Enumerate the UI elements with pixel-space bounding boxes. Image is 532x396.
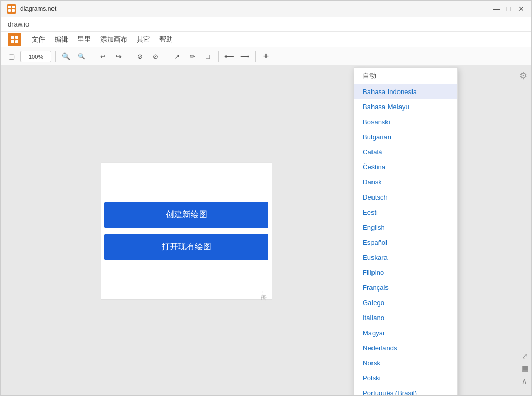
svg-rect-3 — [12, 9, 15, 12]
more-btn[interactable]: ⟶ — [238, 50, 251, 63]
toolbar-sep-5 — [218, 51, 219, 62]
delete-btn[interactable]: ⊘ — [133, 50, 147, 63]
format-btn[interactable]: ⊘ — [149, 50, 162, 63]
language-item-euskara[interactable]: Euskara — [354, 250, 457, 265]
window-title: diagrams.net — [20, 5, 492, 12]
language-item-eesti[interactable]: Eesti — [354, 205, 457, 220]
waypoints-btn[interactable]: ↗ — [170, 50, 183, 63]
language-item-français[interactable]: Français — [354, 280, 457, 295]
toolbar-sep-4 — [166, 51, 166, 62]
menu-help[interactable]: 帮助 — [155, 34, 177, 45]
language-item-自动[interactable]: 自动 — [354, 68, 457, 84]
language-list[interactable]: 自动Bahasa IndonesiaBahasa MelayuBosanskiB… — [354, 68, 457, 395]
language-dropdown[interactable]: 自动Bahasa IndonesiaBahasa MelayuBosanskiB… — [354, 67, 458, 395]
maximize-button[interactable]: □ — [504, 5, 513, 13]
language-item-galego[interactable]: Galego — [354, 295, 457, 310]
undo-btn[interactable]: ↩ — [96, 50, 110, 63]
language-item-bosanski[interactable]: Bosanski — [354, 114, 457, 129]
fullscreen-icon[interactable]: ⤢ — [522, 352, 528, 360]
toolbar: ▢ 🔍 🔍 ↩ ↪ ⊘ ⊘ ↗ ✏ □ ⟵ ⟶ + — [1, 47, 531, 66]
language-item-filipino[interactable]: Filipino — [354, 265, 457, 280]
svg-rect-7 — [15, 40, 18, 43]
app-window: diagrams.net — □ ✕ draw.io 文件 编辑 里里 添加画布… — [0, 0, 532, 396]
zoom-out-btn[interactable]: 🔍 — [75, 50, 88, 63]
create-new-diagram-button[interactable]: 创建新绘图 — [104, 202, 268, 228]
open-existing-diagram-button[interactable]: 打开现有绘图 — [104, 234, 268, 260]
language-item-italiano[interactable]: Italiano — [354, 310, 457, 325]
svg-rect-6 — [11, 40, 14, 43]
language-item-nederlands[interactable]: Nederlands — [354, 340, 457, 355]
redo-btn[interactable]: ↪ — [112, 50, 125, 63]
menu-other[interactable]: 其它 — [132, 34, 154, 45]
language-item-čeština[interactable]: Čeština — [354, 160, 457, 175]
svg-rect-4 — [11, 36, 14, 39]
subtitle-bar: draw.io — [1, 17, 531, 32]
add-btn[interactable]: + — [259, 50, 273, 63]
language-item-português-(brasil)[interactable]: Português (Brasil) — [354, 386, 457, 395]
settings-icon[interactable]: ⚙ — [519, 70, 527, 82]
menu-bar: 文件 编辑 里里 添加画布 其它 帮助 — [1, 32, 531, 47]
menu-edit[interactable]: 编辑 — [50, 34, 72, 45]
shape-btn[interactable]: □ — [201, 50, 215, 63]
app-icon-inner — [8, 33, 21, 46]
language-item-bahasa-melayu[interactable]: Bahasa Melayu — [354, 99, 457, 114]
language-item-bahasa-indonesia[interactable]: Bahasa Indonesia — [354, 84, 457, 99]
svg-rect-5 — [15, 36, 18, 39]
language-item-dansk[interactable]: Dansk — [354, 175, 457, 190]
svg-rect-1 — [12, 6, 15, 8]
select-tool-btn[interactable]: ▢ — [5, 50, 18, 63]
zoom-in-btn[interactable]: 🔍 — [59, 50, 73, 63]
app-menu-icon — [6, 31, 23, 48]
collapse-icon[interactable]: ∧ — [522, 377, 528, 385]
toolbar-sep-6 — [255, 51, 256, 62]
toolbar-sep-2 — [92, 51, 92, 62]
main-area: ⚙ ⤢ ▦ ∧ 创建新绘图 打开现有绘图 语... 自动Bahasa Indon… — [1, 66, 531, 395]
app-logo — [7, 4, 16, 14]
menu-file[interactable]: 文件 — [28, 34, 49, 45]
language-item-deutsch[interactable]: Deutsch — [354, 190, 457, 205]
canvas-page: 创建新绘图 打开现有绘图 语... — [101, 162, 272, 300]
language-item-english[interactable]: English — [354, 220, 457, 235]
menu-view[interactable]: 里里 — [73, 34, 95, 45]
title-bar: diagrams.net — □ ✕ — [1, 1, 531, 17]
close-button[interactable]: ✕ — [517, 5, 525, 13]
panel-icon[interactable]: ▦ — [522, 364, 528, 373]
language-item-magyar[interactable]: Magyar — [354, 325, 457, 340]
svg-rect-0 — [8, 6, 11, 8]
language-item-polski[interactable]: Polski — [354, 371, 457, 386]
toolbar-sep-3 — [129, 51, 129, 62]
language-item-español[interactable]: Español — [354, 235, 457, 250]
connection-btn[interactable]: ✏ — [185, 50, 199, 63]
insert-btn[interactable]: ⟵ — [222, 50, 236, 63]
subtitle-text: draw.io — [8, 20, 29, 28]
minimize-button[interactable]: — — [492, 5, 500, 13]
bottom-right-icons: ⤢ ▦ ∧ — [522, 352, 528, 385]
language-item-català[interactable]: Català — [354, 144, 457, 160]
window-controls: — □ ✕ — [492, 5, 525, 13]
canvas-hint: 语... — [260, 290, 268, 295]
language-item-norsk[interactable]: Norsk — [354, 355, 457, 371]
svg-rect-2 — [8, 9, 11, 12]
menu-add-canvas[interactable]: 添加画布 — [96, 34, 131, 45]
toolbar-sep-1 — [55, 51, 56, 62]
language-item-bulgarian[interactable]: Bulgarian — [354, 129, 457, 144]
zoom-input[interactable] — [20, 51, 51, 62]
